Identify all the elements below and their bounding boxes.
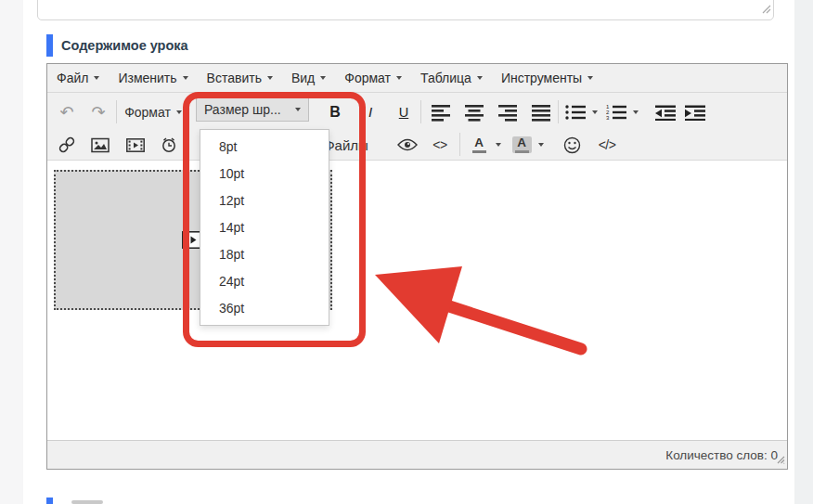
toolbar-separator bbox=[558, 100, 559, 123]
forecolor-letter: A bbox=[474, 136, 484, 149]
forecolor-bar bbox=[472, 150, 486, 153]
redo-button[interactable]: ↷ bbox=[86, 99, 110, 124]
toolbar-separator bbox=[116, 100, 117, 123]
fontsize-option-8pt[interactable]: 8pt bbox=[200, 134, 329, 161]
align-right-button[interactable] bbox=[495, 99, 521, 124]
link-button[interactable] bbox=[55, 133, 79, 157]
editor-content-area[interactable] bbox=[47, 161, 787, 440]
menu-tools-label: Инструменты bbox=[501, 71, 582, 85]
align-left-button[interactable] bbox=[428, 99, 454, 124]
chevron-down-icon bbox=[496, 143, 501, 147]
chevron-down-icon bbox=[587, 76, 593, 80]
align-center-button[interactable] bbox=[461, 99, 487, 124]
forecolor-dropdown[interactable] bbox=[493, 133, 504, 157]
chevron-down-icon bbox=[633, 110, 639, 114]
chevron-down-icon bbox=[538, 143, 544, 147]
code-sample-button[interactable]: </> bbox=[591, 133, 623, 157]
page-right-margin bbox=[794, 0, 813, 504]
word-count: Количество слов: 0 bbox=[665, 448, 778, 462]
undo-button[interactable]: ↶ bbox=[55, 99, 79, 124]
format-select-label: Формат bbox=[124, 105, 171, 120]
editor-resize-grip[interactable] bbox=[774, 451, 785, 468]
fontsize-menu: 8pt 10pt 12pt 14pt 18pt 24pt 36pt bbox=[200, 129, 329, 326]
chevron-down-icon bbox=[183, 76, 188, 80]
media-icon bbox=[126, 138, 145, 152]
emoticons-button[interactable] bbox=[560, 133, 584, 157]
media-button[interactable] bbox=[123, 133, 148, 157]
menu-table-label: Таблица bbox=[420, 71, 471, 85]
chevron-down-icon bbox=[396, 76, 402, 80]
source-code-button[interactable]: <> bbox=[426, 133, 454, 157]
fontsize-option-24pt[interactable]: 24pt bbox=[200, 268, 329, 295]
underline-icon: U bbox=[399, 105, 408, 120]
menu-file-label: Файл bbox=[57, 71, 88, 85]
chevron-down-icon bbox=[477, 76, 483, 80]
numbered-list-button[interactable]: 123 bbox=[604, 99, 628, 124]
section-title: Содержимое урока bbox=[61, 38, 188, 53]
bullet-list-icon bbox=[565, 104, 586, 121]
fontsize-option-12pt[interactable]: 12pt bbox=[200, 187, 329, 214]
align-center-icon bbox=[465, 103, 484, 122]
redo-icon: ↷ bbox=[91, 104, 105, 121]
fontsize-option-18pt[interactable]: 18pt bbox=[200, 241, 329, 268]
fontsize-option-14pt[interactable]: 14pt bbox=[200, 214, 329, 241]
chevron-down-icon bbox=[592, 110, 598, 114]
text-color-icon: A bbox=[472, 136, 486, 153]
chevron-down-icon bbox=[176, 110, 182, 114]
menu-view[interactable]: Вид bbox=[282, 64, 335, 93]
rich-text-editor: Файл Изменить Вставить Вид Формат Таблиц… bbox=[46, 63, 788, 470]
image-button[interactable] bbox=[88, 133, 112, 157]
chevron-down-icon bbox=[267, 76, 273, 80]
outdent-icon bbox=[655, 104, 676, 121]
bullet-list-dropdown[interactable] bbox=[589, 99, 600, 124]
backcolor-button[interactable]: A bbox=[510, 133, 534, 157]
undo-icon: ↶ bbox=[59, 104, 73, 121]
menu-insert[interactable]: Вставить bbox=[198, 64, 282, 93]
image-icon bbox=[91, 137, 110, 153]
timer-button[interactable] bbox=[157, 133, 181, 157]
preview-button[interactable] bbox=[394, 133, 420, 157]
editor-menubar: Файл Изменить Вставить Вид Формат Таблиц… bbox=[47, 64, 787, 93]
menu-view-label: Вид bbox=[291, 71, 315, 85]
fontsize-option-10pt[interactable]: 10pt bbox=[200, 161, 329, 187]
underline-button[interactable]: U bbox=[391, 99, 417, 124]
menu-tools[interactable]: Инструменты bbox=[492, 64, 602, 93]
forecolor-button[interactable]: A bbox=[467, 133, 491, 157]
indent-icon bbox=[685, 104, 705, 121]
section-accent-bar bbox=[46, 34, 53, 57]
textarea-resize-grip[interactable] bbox=[760, 1, 771, 18]
alarm-clock-icon bbox=[161, 136, 177, 153]
code-sample-icon: </> bbox=[599, 137, 616, 152]
fontsize-select[interactable]: Размер шр... bbox=[196, 97, 309, 122]
backcolor-dropdown[interactable] bbox=[536, 133, 547, 157]
bullet-list-button[interactable] bbox=[563, 99, 587, 124]
svg-text:3: 3 bbox=[606, 115, 610, 121]
highlight-color-icon: A bbox=[512, 136, 532, 153]
toolbar-separator bbox=[459, 133, 460, 156]
files-button-label: Файлы bbox=[324, 137, 368, 153]
numbered-list-icon: 123 bbox=[606, 104, 626, 121]
fontsize-option-36pt[interactable]: 36pt bbox=[200, 295, 329, 322]
format-select[interactable]: Формат bbox=[122, 99, 185, 124]
indent-button[interactable] bbox=[682, 99, 708, 124]
outdent-button[interactable] bbox=[652, 99, 678, 124]
chevron-down-icon bbox=[94, 76, 99, 80]
editor-statusbar: Количество слов: 0 bbox=[47, 440, 787, 469]
italic-button[interactable]: I bbox=[357, 99, 383, 124]
align-justify-button[interactable] bbox=[528, 99, 554, 124]
bold-button[interactable]: B bbox=[322, 99, 348, 124]
menu-file[interactable]: Файл bbox=[47, 64, 109, 93]
chevron-down-icon bbox=[295, 108, 301, 111]
menu-format[interactable]: Формат bbox=[335, 64, 411, 93]
page: Содержимое урока Файл Изменить Вставить … bbox=[0, 0, 813, 504]
page-left-margin bbox=[0, 0, 23, 504]
backcolor-bar bbox=[515, 150, 529, 153]
backcolor-letter: A bbox=[517, 136, 526, 149]
menu-format-label: Формат bbox=[344, 71, 391, 85]
description-textarea[interactable] bbox=[37, 0, 774, 20]
menu-edit[interactable]: Изменить bbox=[109, 64, 197, 93]
eye-icon bbox=[397, 138, 418, 151]
menu-table[interactable]: Таблица bbox=[411, 64, 492, 93]
numbered-list-dropdown[interactable] bbox=[630, 99, 641, 124]
bold-icon: B bbox=[329, 104, 341, 121]
